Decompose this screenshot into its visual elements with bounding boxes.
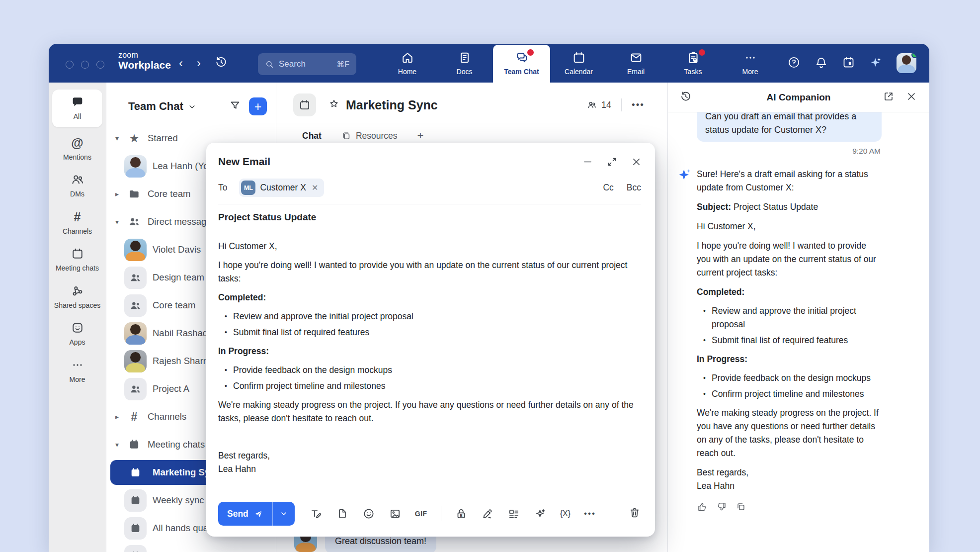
- encrypt-lock-icon[interactable]: E: [455, 507, 468, 520]
- send-button[interactable]: Send: [218, 502, 273, 526]
- template-icon[interactable]: [507, 507, 520, 520]
- tab-team-chat[interactable]: Team Chat: [493, 45, 550, 83]
- ai-history-icon[interactable]: [680, 91, 692, 104]
- left-icon-rail: All @ Mentions DMs # Channels Meeting ch…: [49, 83, 106, 552]
- rail-item-mentions[interactable]: @ Mentions: [49, 130, 106, 168]
- rail-item-all[interactable]: All: [52, 90, 102, 127]
- members-count[interactable]: 14: [587, 100, 611, 110]
- ai-intro-text: Sure! Here's a draft email asking for a …: [697, 168, 882, 194]
- open-in-new-icon[interactable]: [883, 91, 895, 104]
- rail-item-meeting-chats[interactable]: Meeting chats: [49, 241, 106, 278]
- modal-title: New Email: [218, 156, 270, 168]
- email-intro: I hope you're doing well! I wanted to pr…: [218, 259, 641, 285]
- email-body-editor[interactable]: Hi Customer X, I hope you're doing well!…: [206, 231, 655, 476]
- in-progress-item: Provide feedback on the design mockups: [218, 364, 641, 377]
- tab-chat[interactable]: Chat: [302, 131, 322, 141]
- tab-docs[interactable]: Docs: [436, 45, 493, 83]
- ai-companion-sparkle-icon[interactable]: [869, 56, 883, 71]
- tab-email[interactable]: Email: [607, 45, 664, 83]
- email-icon: [629, 51, 643, 65]
- emoji-icon[interactable]: [362, 507, 375, 520]
- remove-recipient-icon[interactable]: ✕: [311, 183, 319, 192]
- caret-down-icon[interactable]: ▾: [113, 134, 121, 142]
- caret-right-icon[interactable]: ▸: [113, 413, 121, 421]
- rail-item-shared-spaces[interactable]: Shared spaces: [49, 278, 106, 316]
- app-window: zoom Workplace ‹ › Search ⌘F Home Docs: [49, 44, 929, 552]
- more-tools-icon[interactable]: •••: [584, 509, 596, 519]
- close-panel-icon[interactable]: [905, 91, 917, 104]
- ai-sparkle-icon[interactable]: [534, 507, 547, 520]
- caret-right-icon[interactable]: ▸: [113, 190, 121, 198]
- image-icon[interactable]: [389, 507, 402, 520]
- signature-icon[interactable]: [481, 507, 494, 520]
- more-icon: [743, 51, 757, 65]
- bcc-button[interactable]: Bcc: [627, 183, 641, 193]
- email-signature: Lea Hahn: [218, 462, 641, 476]
- thumbs-down-icon[interactable]: [716, 501, 727, 516]
- close-window-button[interactable]: [66, 61, 74, 69]
- copy-icon[interactable]: [735, 501, 746, 516]
- unread-badge: [527, 49, 534, 56]
- recipient-chip[interactable]: ML Customer X ✕: [239, 179, 324, 197]
- send-options-dropdown[interactable]: [273, 502, 295, 526]
- back-arrow-icon[interactable]: ‹: [179, 57, 183, 69]
- more-options-icon[interactable]: •••: [632, 99, 645, 110]
- add-tab-icon[interactable]: +: [417, 129, 424, 142]
- rail-label: Apps: [70, 338, 85, 347]
- caret-down-icon[interactable]: ▾: [113, 441, 121, 449]
- variable-icon[interactable]: {X}: [560, 509, 571, 518]
- avatar: [124, 350, 147, 372]
- tab-resources[interactable]: Resources: [341, 131, 398, 141]
- tab-calendar[interactable]: Calendar: [550, 45, 607, 83]
- completed-item: Review and approve the initial project p…: [697, 304, 882, 331]
- people-icon: [71, 173, 84, 186]
- chat-row-label: Weekly sync: [153, 495, 204, 506]
- rail-label: More: [70, 375, 85, 384]
- calendar-date-icon[interactable]: [842, 56, 855, 71]
- logo-zoom-text: zoom: [118, 51, 171, 60]
- chat-row-label: Core team: [153, 300, 195, 311]
- caret-down-icon[interactable]: ▾: [113, 218, 121, 226]
- text-format-icon[interactable]: [310, 507, 323, 520]
- logo-workplace-text: Workplace: [118, 60, 171, 71]
- gif-icon[interactable]: GIF: [415, 510, 427, 518]
- attach-file-icon[interactable]: [336, 507, 349, 520]
- rail-item-apps[interactable]: Apps: [49, 315, 106, 353]
- star-outline-icon[interactable]: [328, 98, 340, 112]
- new-chat-button[interactable]: +: [249, 97, 267, 115]
- chat-row-lea-rajesh[interactable]: Lea/Rajesh 1:1: [106, 542, 276, 552]
- search-shortcut: ⌘F: [336, 60, 349, 69]
- rail-item-dms[interactable]: DMs: [49, 167, 106, 204]
- close-icon[interactable]: [631, 156, 642, 168]
- email-signoff: Best regards,: [697, 466, 882, 479]
- subject-field[interactable]: Project Status Update: [218, 204, 641, 231]
- minimize-icon[interactable]: [582, 156, 593, 168]
- rail-label: Meeting chats: [56, 264, 99, 273]
- rail-item-more[interactable]: More: [49, 353, 106, 390]
- ai-response: Sure! Here's a draft email asking for a …: [697, 168, 882, 516]
- notifications-bell-icon[interactable]: [815, 56, 828, 71]
- expand-icon[interactable]: [606, 156, 618, 168]
- search-input[interactable]: Search ⌘F: [258, 53, 356, 75]
- forward-arrow-icon[interactable]: ›: [197, 57, 201, 69]
- toolbar-divider: [441, 506, 441, 521]
- help-icon[interactable]: [787, 56, 801, 71]
- cc-button[interactable]: Cc: [603, 183, 613, 193]
- top-navbar: zoom Workplace ‹ › Search ⌘F Home Docs: [49, 44, 929, 83]
- ai-conversation-scroll[interactable]: Can you draft an email that provides a s…: [668, 112, 929, 552]
- history-icon[interactable]: [215, 56, 228, 71]
- filter-icon[interactable]: [229, 99, 241, 113]
- tab-home[interactable]: Home: [379, 45, 436, 83]
- window-traffic-lights[interactable]: [66, 61, 104, 69]
- tab-tasks[interactable]: Tasks: [664, 45, 722, 83]
- thumbs-up-icon[interactable]: [697, 501, 708, 516]
- tab-chat-label: Chat: [302, 131, 322, 141]
- tab-more[interactable]: More: [722, 45, 779, 83]
- team-chat-dropdown[interactable]: Team Chat: [128, 100, 196, 113]
- rail-item-channels[interactable]: # Channels: [49, 204, 106, 242]
- tasks-icon: [686, 51, 700, 65]
- discard-draft-icon[interactable]: [628, 506, 641, 521]
- minimize-window-button[interactable]: [81, 61, 89, 69]
- user-avatar[interactable]: [897, 53, 916, 73]
- zoom-window-button[interactable]: [96, 61, 104, 69]
